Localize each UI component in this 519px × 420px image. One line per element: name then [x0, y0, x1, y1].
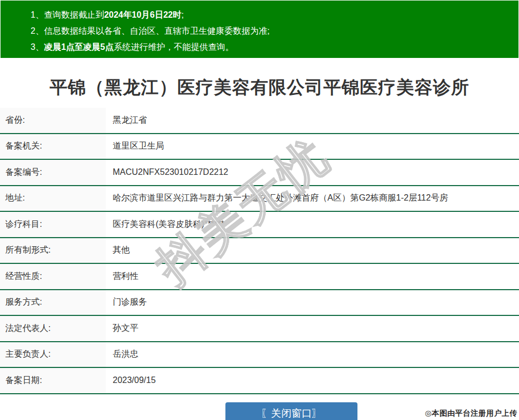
table-row-filing-authority: 备案机关: 道里区卫生局	[0, 134, 519, 160]
notice-number: 1、	[31, 10, 44, 19]
notice-text-bold: 2024年10月6日22时	[104, 10, 181, 19]
notice-number: 2、	[31, 26, 44, 35]
row-label: 法定代表人:	[0, 316, 106, 341]
row-label: 省份:	[0, 108, 106, 133]
row-value: 岳洪忠	[106, 342, 519, 367]
institution-info-table: 省份: 黑龙江省 备案机关: 道里区卫生局 备案编号: MACU2NFX5230…	[0, 108, 519, 394]
row-label: 诊疗科目:	[0, 212, 106, 237]
row-label: 所有制形式:	[0, 238, 106, 263]
row-value: MACU2NFX523010217D2212	[106, 160, 519, 185]
table-row-legal-representative: 法定代表人: 孙文平	[0, 316, 519, 342]
notice-line-2: 2、信息数据结果以各省、自治区、直辖市卫生健康委数据为准;	[31, 23, 518, 39]
table-row-ownership-form: 所有制形式: 其他	[0, 238, 519, 264]
notice-text-bold: 凌晨1点至凌晨5点	[44, 42, 114, 51]
row-value: 营利性	[106, 264, 519, 289]
notice-line-3: 3、凌晨1点至凌晨5点系统进行维护，不能提供查询。	[31, 39, 518, 55]
row-value: 黑龙江省	[106, 108, 519, 133]
notice-text: 信息数据结果以各省、自治区、直辖市卫生健康委数据为准;	[44, 26, 269, 35]
row-value: 2023/09/15	[106, 368, 519, 393]
row-label: 备案编号:	[0, 160, 106, 185]
table-row-service-mode: 服务方式: 门诊服务	[0, 290, 519, 316]
notice-text: 查询数据截止到	[44, 10, 104, 19]
row-value: 孙文平	[106, 316, 519, 341]
row-value: 医疗美容科(美容皮肤科)******	[106, 212, 519, 237]
row-label: 地址:	[0, 186, 106, 211]
table-row-principal: 主要负责人: 岳洪忠	[0, 342, 519, 369]
table-row-province: 省份: 黑龙江省	[0, 108, 519, 134]
notice-line-1: 1、查询数据截止到2024年10月6日22时;	[31, 7, 518, 23]
close-window-button[interactable]: 〖关闭窗口〗	[225, 402, 357, 420]
row-value: 门诊服务	[106, 290, 519, 315]
page-title: 平锦（黑龙江）医疗美容有限公司平锦医疗美容诊所	[0, 76, 519, 100]
row-label: 主要负责人:	[0, 342, 106, 367]
table-row-filing-number: 备案编号: MACU2NFX523010217D2212	[0, 160, 519, 186]
row-value: 其他	[106, 238, 519, 263]
table-row-filing-date: 备案日期: 2023/09/15	[0, 368, 519, 394]
notice-text: 系统进行维护，不能提供查询。	[114, 42, 234, 51]
table-row-address: 地址: 哈尔滨市道里区兴江路与群力第一大道交汇处外滩首府（A区）第G2栋商服1-…	[0, 186, 519, 212]
row-label: 经营性质:	[0, 264, 106, 289]
notice-banner: 1、查询数据截止到2024年10月6日22时; 2、信息数据结果以各省、自治区、…	[1, 1, 518, 58]
table-row-operation-nature: 经营性质: 营利性	[0, 264, 519, 290]
row-label: 备案机关:	[0, 134, 106, 159]
row-label: 备案日期:	[0, 368, 106, 393]
row-value: 道里区卫生局	[106, 134, 519, 159]
row-label: 服务方式:	[0, 290, 106, 315]
corner-upload-watermark: ◎本图由平台注册用户上传	[425, 409, 517, 418]
table-row-treatment-subjects: 诊疗科目: 医疗美容科(美容皮肤科)******	[0, 212, 519, 238]
row-value: 哈尔滨市道里区兴江路与群力第一大道交汇处外滩首府（A区）第G2栋商服1-2层11…	[106, 186, 519, 211]
notice-number: 3、	[31, 42, 44, 51]
query-result-page: 1、查询数据截止到2024年10月6日22时; 2、信息数据结果以各省、自治区、…	[0, 0, 519, 420]
notice-text: ;	[181, 10, 184, 19]
